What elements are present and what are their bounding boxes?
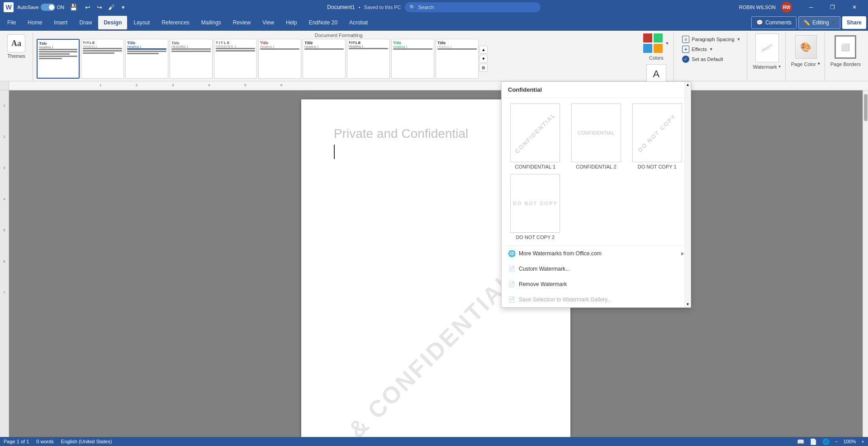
theme-line bbox=[127, 51, 166, 52]
user-name: ROBIN WILSON bbox=[739, 5, 776, 10]
theme-item-modern[interactable]: TITLE HEADING 1 bbox=[214, 39, 257, 79]
theme-item-default[interactable]: Title Heading 1 bbox=[37, 39, 80, 79]
tab-endnote[interactable]: EndNote 20 bbox=[304, 16, 343, 29]
theme-title-5: TITLE bbox=[216, 41, 255, 45]
theme-heading-8: Heading 1 bbox=[349, 45, 388, 48]
tab-mailings[interactable]: Mailings bbox=[196, 16, 227, 29]
para-effects-section: ≡ Paragraph Spacing ▼ ✦ Effects ▼ ✓ Set … bbox=[676, 33, 747, 81]
watermark-chevron[interactable]: ▼ bbox=[778, 65, 782, 69]
tab-insert[interactable]: Insert bbox=[48, 16, 73, 29]
ruler-v-1: 1 bbox=[4, 104, 5, 107]
word-logo-icon[interactable]: W bbox=[4, 2, 14, 12]
set-default-button[interactable]: ✓ Set as Default bbox=[679, 54, 743, 64]
wm-item-confidential1[interactable]: CONFIDENTIAL CONFIDENTIAL 1 bbox=[507, 103, 564, 169]
zoom-out[interactable]: − bbox=[835, 439, 838, 444]
canvas-area[interactable]: PRIVATE & CONFIDENTIAL Private and Confi… bbox=[9, 90, 863, 446]
view-mode-read[interactable]: 📖 bbox=[797, 438, 804, 445]
effects-label: Effects bbox=[692, 47, 707, 52]
theme-line bbox=[437, 48, 477, 50]
theme-item-elegant[interactable]: Title Heading 1 bbox=[303, 39, 346, 79]
theme-line bbox=[216, 48, 255, 49]
page-borders-button[interactable]: ⬜ bbox=[833, 33, 858, 61]
theme-item-vivid[interactable]: Title Heading 1 bbox=[391, 39, 434, 79]
gallery-scroll-down[interactable]: ▼ bbox=[479, 55, 488, 63]
theme-line bbox=[127, 53, 159, 54]
search-placeholder: Search bbox=[418, 5, 434, 10]
tab-help[interactable]: Help bbox=[280, 16, 303, 29]
gallery-scroll-up[interactable]: ▲ bbox=[479, 46, 488, 54]
tab-home[interactable]: Home bbox=[22, 16, 47, 29]
panel-scroll-down[interactable]: ▼ bbox=[685, 301, 691, 307]
effects-button[interactable]: ✦ Effects ▼ bbox=[679, 44, 743, 54]
quick-access-more-button[interactable]: ▼ bbox=[118, 2, 128, 13]
theme-item-allcaps[interactable]: TITLE Heading 1 bbox=[81, 39, 124, 79]
tab-acrobat[interactable]: Acrobat bbox=[344, 16, 373, 29]
format-painter-button[interactable]: 🖌 bbox=[106, 2, 117, 13]
scroll-thumb[interactable] bbox=[864, 94, 868, 121]
autosave-toggle[interactable]: AutoSave ON bbox=[17, 4, 64, 11]
user-avatar[interactable]: RW bbox=[781, 2, 792, 13]
custom-watermark-item[interactable]: 📄 Custom Watermark... bbox=[502, 261, 691, 277]
theme-item-casual[interactable]: Title Heading 1 bbox=[258, 39, 301, 79]
undo-button[interactable]: ↩ bbox=[82, 2, 93, 13]
colors-chevron[interactable]: ▼ bbox=[665, 41, 669, 46]
theme-lines-10 bbox=[437, 48, 477, 50]
autosave-pill[interactable] bbox=[41, 4, 55, 11]
tab-review[interactable]: Review bbox=[228, 16, 256, 29]
wm-item-confidential2[interactable]: CONFIDENTIAL CONFIDENTIAL 2 bbox=[568, 103, 625, 169]
theme-title-10: Title bbox=[437, 41, 477, 45]
theme-item-minimal[interactable]: Title Heading 1 bbox=[436, 39, 479, 79]
wm-item-donotcopy2[interactable]: DO NOT COPY DO NOT COPY 2 bbox=[507, 174, 564, 240]
close-button[interactable]: ✕ bbox=[844, 0, 864, 14]
document-name: Document1 bbox=[327, 4, 355, 10]
save-button[interactable]: 💾 bbox=[68, 2, 79, 13]
ribbon-right-sections: ▼ Colors A Fonts ▼ ≡ Paragraph Spacing bbox=[642, 33, 864, 81]
colors-swatches bbox=[643, 33, 663, 53]
page-color-button[interactable]: 🎨 bbox=[793, 33, 819, 61]
page-borders-label: Page Borders bbox=[830, 61, 861, 67]
view-mode-print[interactable]: 📄 bbox=[810, 438, 817, 445]
restore-button[interactable]: ❐ bbox=[823, 0, 843, 14]
panel-scroll-up[interactable]: ▲ bbox=[685, 82, 691, 88]
tab-layout[interactable]: Layout bbox=[128, 16, 155, 29]
redo-button[interactable]: ↪ bbox=[94, 2, 105, 13]
watermark-button[interactable]: DRAFT bbox=[755, 33, 779, 62]
search-box[interactable]: 🔍 Search bbox=[405, 2, 541, 12]
themes-section: Aa Themes bbox=[4, 33, 33, 81]
paragraph-spacing-button[interactable]: ≡ Paragraph Spacing ▼ bbox=[679, 34, 743, 44]
theme-item-colored[interactable]: Title Heading 1 bbox=[125, 39, 168, 79]
remove-watermark-item[interactable]: 📄 Remove Watermark bbox=[502, 277, 691, 292]
theme-heading-7: Heading 1 bbox=[304, 45, 344, 48]
zoom-in[interactable]: + bbox=[862, 439, 864, 444]
minimize-button[interactable]: ─ bbox=[801, 0, 821, 14]
page-color-chevron[interactable]: ▼ bbox=[817, 61, 821, 66]
canvas-scrollbar[interactable] bbox=[863, 90, 868, 446]
theme-heading-6: Heading 1 bbox=[260, 45, 299, 48]
ruler-mark-4: 4 bbox=[208, 83, 210, 87]
more-watermarks-item[interactable]: 🌐 More Watermarks from Office.com ▶ bbox=[502, 246, 691, 261]
gallery-more[interactable]: ⊞ bbox=[479, 64, 488, 72]
tab-file[interactable]: File bbox=[2, 16, 21, 29]
wm-item-donotcopy1[interactable]: DO NOT COPY DO NOT COPY 1 bbox=[629, 103, 685, 169]
more-watermarks-arrow: ▶ bbox=[681, 251, 684, 256]
color-swatch-blue bbox=[643, 44, 652, 53]
tab-view[interactable]: View bbox=[257, 16, 280, 29]
tab-references[interactable]: References bbox=[156, 16, 194, 29]
color-swatch-yellow bbox=[654, 44, 663, 53]
theme-item-classic[interactable]: Title HEADING 1 bbox=[170, 39, 213, 79]
status-bar: Page 1 of 1 0 words English (United Stat… bbox=[0, 437, 868, 446]
share-button[interactable]: Share bbox=[842, 16, 866, 29]
theme-item-formal[interactable]: TITLE Heading 1 bbox=[347, 39, 390, 79]
custom-watermark-label: Custom Watermark... bbox=[519, 266, 570, 272]
comments-button[interactable]: 💬 Comments bbox=[751, 16, 797, 29]
theme-heading-3: Heading 1 bbox=[127, 45, 166, 48]
tab-draw[interactable]: Draw bbox=[74, 16, 97, 29]
themes-button[interactable]: Aa Themes bbox=[4, 33, 29, 61]
tab-design[interactable]: Design bbox=[98, 16, 127, 29]
saved-status: • bbox=[359, 5, 360, 10]
wm-preview-donotcopy1: DO NOT COPY bbox=[632, 103, 682, 162]
view-mode-web[interactable]: 🌐 bbox=[822, 438, 830, 445]
globe-icon: 🌐 bbox=[508, 250, 515, 257]
theme-heading-4: HEADING 1 bbox=[171, 45, 211, 48]
editing-button[interactable]: ✏️ Editing ▼ bbox=[798, 16, 840, 29]
